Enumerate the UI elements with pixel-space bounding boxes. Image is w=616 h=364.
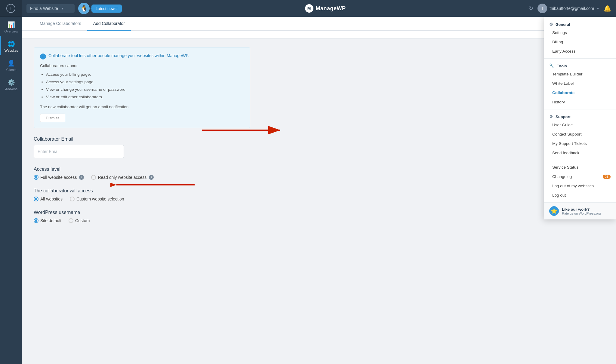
dropdown-item-send-feedback[interactable]: Send feedback [544, 148, 616, 158]
all-websites-label: All websites [40, 197, 63, 201]
info-box-body: Collaborators cannot: Access your billin… [40, 63, 244, 111]
chevron-down-icon: ▼ [61, 7, 64, 10]
dropdown-item-template-builder[interactable]: Template Builder [544, 69, 616, 79]
dropdown-item-log-out-sites[interactable]: Log out of my websites [544, 181, 616, 191]
restriction-item: Access your billing page. [46, 71, 244, 78]
info-box: i Collaborate tool lets other people man… [34, 47, 250, 128]
sidebar-item-label: Websites [5, 49, 18, 52]
page-content: i Collaborate tool lets other people man… [22, 38, 262, 240]
footer-subtitle: Rate us on WordPress.org [562, 212, 601, 215]
dropdown-footer[interactable]: ⭐ Like our work? Rate us on WordPress.or… [544, 203, 616, 219]
section-header-general: ⚙ General [544, 20, 616, 28]
news-bubble[interactable]: Latest news! [91, 5, 122, 13]
site-default-radio[interactable] [34, 218, 38, 223]
websites-icon: 🌐 [8, 40, 15, 47]
notification-text: The new collaborator will get an email n… [40, 104, 244, 111]
find-site-label: Find a Website [30, 6, 58, 11]
addons-icon: ⚙️ [8, 79, 15, 86]
dropdown-item-history[interactable]: History [544, 97, 616, 107]
custom-selection-option[interactable]: Custom website selection [70, 197, 124, 201]
user-avatar: T [537, 4, 547, 13]
logo-icon: M [305, 4, 313, 13]
find-site-button[interactable]: Find a Website ▼ [26, 4, 75, 13]
sidebar-item-addons[interactable]: ⚙️ Add-ons [0, 75, 22, 94]
dropdown-section-misc: Service Status Changelog 21 Log out of m… [544, 160, 616, 203]
site-default-option[interactable]: Site default [34, 218, 61, 223]
tabs-bar: Manage Collaborators Add Collaborator [22, 17, 616, 31]
dismiss-button[interactable]: Dismiss [40, 114, 65, 122]
plus-icon: + [6, 4, 15, 13]
topbar-right: ↻ T thibautforte@gmail.com ▼ 🔔 [529, 4, 611, 13]
dropdown-item-changelog[interactable]: Changelog 21 [544, 172, 616, 181]
sidebar-item-websites[interactable]: 🌐 Websites [0, 36, 22, 55]
user-email-label: thibautforte@gmail.com [550, 6, 594, 11]
content-area: i Collaborate tool lets other people man… [22, 38, 616, 364]
mascot-icon: 🐧 [78, 3, 90, 14]
site-default-label: Site default [40, 218, 61, 223]
star-icon: ⭐ [549, 206, 559, 216]
dropdown-item-service-status[interactable]: Service Status [544, 163, 616, 172]
refresh-button[interactable]: ↻ [529, 5, 533, 12]
email-input[interactable] [34, 145, 124, 158]
restriction-item: Access your settings page. [46, 79, 244, 86]
dropdown-item-log-out[interactable]: Log out [544, 191, 616, 200]
full-access-label: Full website access [40, 175, 77, 180]
tabs-container: Manage Collaborators Add Collaborator [22, 17, 616, 38]
restrictions-list: Access your billing page. Access your se… [40, 71, 244, 101]
full-access-radio[interactable] [34, 175, 38, 180]
access-level-label: Access level [34, 167, 250, 172]
read-only-option[interactable]: Read only website access i [91, 175, 154, 180]
full-access-info-icon[interactable]: i [79, 175, 84, 180]
clients-icon: 👤 [8, 60, 15, 67]
wp-username-label: WordPress username [34, 210, 250, 215]
logo-text: ManageWP [316, 5, 346, 12]
tab-add-collaborator[interactable]: Add Collaborator [87, 17, 131, 31]
collaborator-access-label: The collaborator will access [34, 188, 250, 194]
custom-selection-label: Custom website selection [76, 197, 124, 201]
notifications-button[interactable]: 🔔 [604, 5, 611, 12]
sidebar-item-label: Overview [5, 29, 18, 33]
news-label: Latest news! [96, 6, 118, 11]
all-websites-radio[interactable] [34, 197, 38, 201]
read-only-info-icon[interactable]: i [149, 175, 154, 180]
footer-text: Like our work? Rate us on WordPress.org [562, 207, 601, 215]
sidebar: + 📊 Overview 🌐 Websites 👤 Clients ⚙️ Add… [0, 0, 22, 364]
overview-icon: 📊 [8, 21, 15, 28]
add-site-button[interactable]: + [0, 0, 22, 17]
collaborator-access-radio-group: All websites Custom website selection [34, 197, 250, 201]
topbar: Find a Website ▼ 🐧 Latest news! M Manage… [22, 0, 616, 17]
topbar-logo: M ManageWP [125, 4, 525, 13]
full-access-option[interactable]: Full website access i [34, 175, 84, 180]
dropdown-item-billing[interactable]: Billing [544, 37, 616, 47]
wp-username-radio-group: Site default Custom [34, 218, 250, 223]
tab-manage-collaborators[interactable]: Manage Collaborators [34, 17, 87, 31]
dropdown-item-user-guide[interactable]: User Guide [544, 120, 616, 130]
custom-username-radio[interactable] [69, 218, 73, 223]
dropdown-item-settings[interactable]: Settings [544, 28, 616, 37]
dropdown-item-contact-support[interactable]: Contact Support [544, 130, 616, 139]
dropdown-section-tools: 🔧 Tools Template Builder White Label Col… [544, 59, 616, 109]
user-dropdown-menu: ⚙ General Settings Billing Early Access … [544, 17, 616, 219]
dropdown-item-white-label[interactable]: White Label [544, 79, 616, 88]
dropdown-item-collaborate[interactable]: Collaborate [544, 88, 616, 97]
all-websites-option[interactable]: All websites [34, 197, 63, 201]
support-icon: ⚙ [549, 114, 553, 119]
custom-selection-radio[interactable] [70, 197, 75, 201]
section-header-support: ⚙ Support [544, 112, 616, 120]
main-wrapper: Find a Website ▼ 🐧 Latest news! M Manage… [22, 0, 616, 364]
email-label: Collaborator Email [34, 136, 250, 142]
wp-username-section: WordPress username Site default Custom [34, 210, 250, 223]
sidebar-item-clients[interactable]: 👤 Clients [0, 55, 22, 75]
read-only-radio[interactable] [91, 175, 96, 180]
dropdown-section-general: ⚙ General Settings Billing Early Access [544, 17, 616, 59]
custom-username-label: Custom [75, 218, 90, 223]
user-menu-button[interactable]: T thibautforte@gmail.com ▼ [537, 4, 599, 13]
sidebar-item-label: Add-ons [5, 87, 17, 91]
restriction-item: View or edit other collaborators. [46, 94, 244, 101]
collaborator-access-section: The collaborator will access All website… [34, 188, 250, 201]
dropdown-item-my-tickets[interactable]: My Support Tickets [544, 139, 616, 148]
custom-username-option[interactable]: Custom [69, 218, 90, 223]
dropdown-section-support: ⚙ Support User Guide Contact Support My … [544, 109, 616, 160]
sidebar-item-overview[interactable]: 📊 Overview [0, 17, 22, 36]
dropdown-item-early-access[interactable]: Early Access [544, 47, 616, 56]
